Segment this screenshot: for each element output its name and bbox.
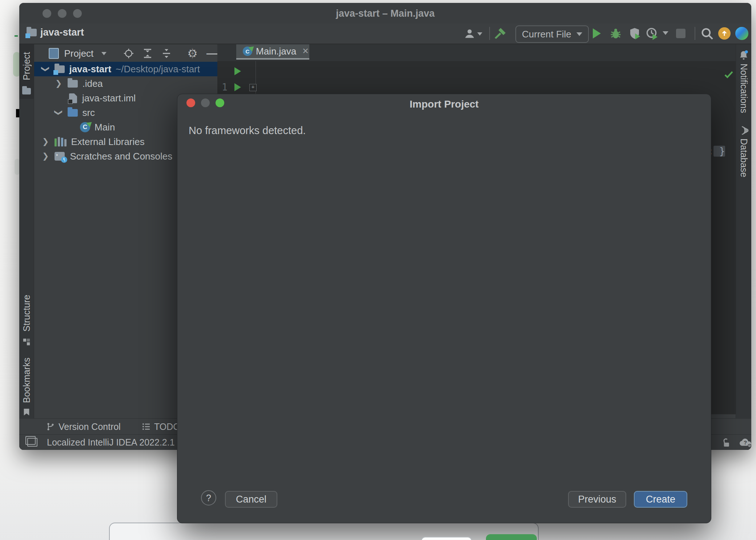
cancel-button-label: Cancel — [236, 494, 266, 505]
inspections-ok-check-icon[interactable] — [723, 69, 734, 80]
cancel-button[interactable]: Cancel — [225, 491, 277, 508]
locate-file-button[interactable] — [123, 48, 134, 59]
window-title: java-start – Main.java — [19, 8, 751, 19]
chevron-collapsed-icon[interactable]: ❯ — [42, 152, 49, 161]
tab-title: Main.java — [256, 46, 296, 57]
project-stripe-label: Project — [21, 52, 32, 80]
run-configuration-chevron-icon — [576, 32, 582, 36]
previous-button-label: Previous — [578, 494, 616, 505]
background-window — [109, 523, 539, 540]
java-class-icon: C — [243, 47, 252, 56]
tree-src-label: src — [82, 107, 95, 118]
dialog-title: Import Project — [177, 98, 711, 110]
version-control-label: Version Control — [59, 422, 121, 432]
project-stripe-folder-icon[interactable] — [19, 85, 34, 97]
run-configuration-combo[interactable]: Current File — [515, 25, 589, 43]
code-line-1[interactable]: 1 public class Main { — [217, 63, 736, 79]
gradient-sphere-icon[interactable] — [735, 27, 748, 40]
stop-button[interactable] — [676, 29, 685, 38]
external-libraries-icon — [55, 137, 67, 146]
previous-button[interactable]: Previous — [568, 491, 626, 508]
fold-expand-icon[interactable]: + — [249, 84, 257, 91]
run-main-gutter-icon[interactable] — [234, 83, 241, 91]
project-widget-label: java-start — [40, 27, 84, 38]
tree-main-label: Main — [94, 122, 115, 133]
iml-file-icon — [69, 93, 77, 103]
tab-close-icon[interactable]: ✕ — [302, 47, 309, 56]
run-with-coverage-button[interactable] — [628, 27, 641, 40]
database-icon[interactable] — [739, 125, 749, 136]
update-available-button[interactable] — [718, 27, 731, 40]
chevron-collapsed-icon[interactable]: ❯ — [42, 137, 49, 146]
chevron-expanded-icon[interactable]: ❯ — [41, 66, 50, 72]
bookmark-icon[interactable] — [23, 408, 31, 416]
debug-button[interactable] — [609, 27, 622, 40]
toolbar-separator-2 — [695, 27, 695, 40]
toolbar-separator — [489, 27, 490, 40]
run-button[interactable] — [593, 28, 601, 39]
sidebar-item-structure[interactable]: Structure — [19, 291, 34, 335]
hide-panel-button[interactable]: — — [206, 47, 217, 60]
layout-icon[interactable] — [27, 438, 37, 447]
code-line-2[interactable]: 2 + public static void main(String[] arg… — [217, 79, 736, 95]
chevron-collapsed-icon[interactable]: ❯ — [55, 79, 62, 88]
profiler-button[interactable] — [646, 27, 659, 40]
user-account-button[interactable] — [463, 28, 482, 40]
main-toolbar: java-start Current File — [19, 23, 751, 44]
sidebar-item-project[interactable]: Project — [19, 48, 34, 84]
status-message[interactable]: Localized IntelliJ IDEA 2022.2.1 is a — [47, 437, 191, 448]
database-stripe-label: Database — [739, 138, 749, 177]
dialog-message: No frameworks detected. — [189, 125, 306, 137]
todo-label: TODO — [154, 422, 180, 432]
sidebar-item-notifications[interactable]: Notifications — [736, 65, 751, 112]
tree-row-root[interactable]: ❯ java-start ~/Desktop/java-start — [34, 62, 217, 76]
right-tool-stripe: Notifications Database — [736, 44, 751, 450]
code-brace-folded: } — [713, 146, 725, 157]
tree-scratches-label: Scratches and Consoles — [70, 151, 172, 162]
project-root-folder-icon — [55, 65, 65, 73]
create-button[interactable]: Create — [634, 491, 687, 508]
project-folder-icon — [27, 29, 37, 36]
version-control-button[interactable]: Version Control — [46, 422, 121, 432]
panel-header-separator — [192, 48, 193, 59]
run-configuration-label: Current File — [522, 29, 571, 40]
cloud-settings-icon[interactable]: ? — [738, 437, 751, 448]
project-panel-header: Project ⚙ — — [34, 44, 217, 63]
unlocked-icon[interactable] — [721, 438, 731, 448]
background-artifact-pill-2 — [15, 159, 20, 175]
sidebar-item-bookmarks[interactable]: Bookmarks — [19, 357, 34, 404]
search-everywhere-button[interactable] — [700, 27, 714, 41]
import-project-dialog: Import Project No frameworks detected. ?… — [177, 94, 711, 523]
create-button-label: Create — [646, 494, 675, 505]
tree-idea-label: .idea — [82, 78, 102, 89]
tree-root-name: java-start — [69, 64, 111, 75]
tab-main-java[interactable]: C Main.java ✕ — [236, 44, 309, 60]
project-view-icon[interactable] — [49, 48, 59, 59]
left-tool-stripe: Project Structure Bookmarks — [19, 44, 34, 450]
background-primary-button[interactable] — [486, 534, 537, 540]
editor-tab-bar: C Main.java ✕ — [217, 44, 736, 61]
title-bar[interactable]: java-start – Main.java — [19, 3, 751, 23]
chevron-expanded-icon[interactable]: ❯ — [54, 109, 63, 116]
run-options-chevron-icon[interactable] — [663, 31, 668, 35]
background-secondary-button[interactable] — [421, 537, 472, 540]
tree-iml-label: java-start.iml — [82, 93, 136, 104]
project-view-chevron-icon[interactable] — [101, 52, 106, 55]
structure-icon[interactable] — [23, 338, 31, 346]
help-button[interactable]: ? — [201, 490, 216, 505]
collapse-all-button[interactable] — [161, 48, 172, 59]
todo-button[interactable]: TODO — [142, 422, 180, 432]
idea-folder-icon — [68, 80, 78, 88]
notifications-bell-icon[interactable] — [738, 49, 749, 61]
notifications-stripe-label: Notifications — [739, 64, 749, 113]
structure-stripe-label: Structure — [21, 295, 32, 331]
build-hammer-button[interactable] — [494, 27, 507, 40]
project-view-selector[interactable]: Project — [64, 48, 93, 59]
project-widget[interactable]: java-start — [27, 27, 84, 38]
expand-all-button[interactable] — [142, 48, 153, 59]
run-class-gutter-icon[interactable] — [234, 67, 241, 75]
scratches-icon: › — [55, 152, 65, 161]
user-chevron-icon — [477, 32, 482, 36]
tree-row-idea[interactable]: ❯ .idea — [34, 76, 217, 91]
sidebar-item-database[interactable]: Database — [736, 138, 751, 178]
